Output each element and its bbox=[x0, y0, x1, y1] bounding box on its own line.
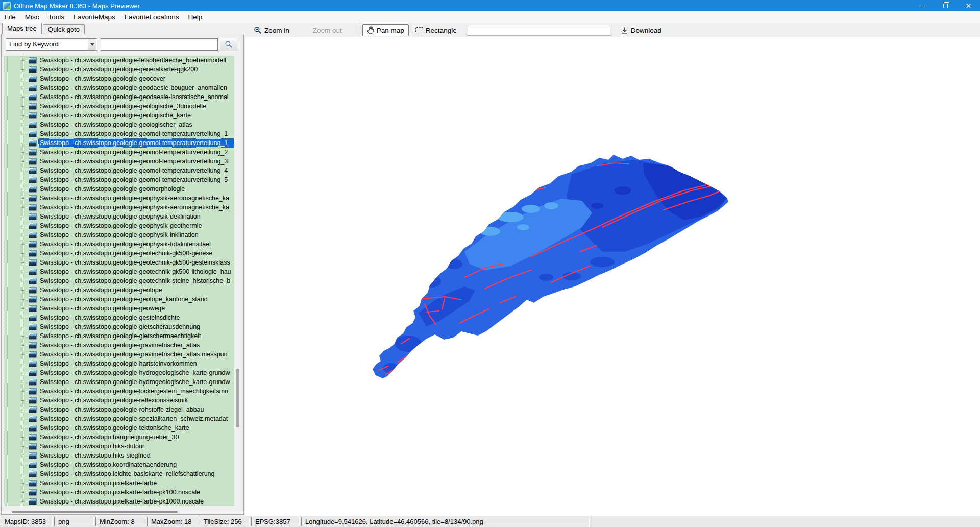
map-layer-icon bbox=[29, 259, 37, 266]
tree-item[interactable]: Swisstopo - ch.swisstopo.pixelkarte-farb… bbox=[4, 497, 234, 506]
tree-item[interactable]: Swisstopo - ch.swisstopo.geologie-geodae… bbox=[4, 92, 234, 102]
tree-item[interactable]: Swisstopo - ch.swisstopo.geologie-tekton… bbox=[4, 423, 234, 433]
tree-connector-line bbox=[21, 189, 28, 189]
tree-item[interactable]: Swisstopo - ch.swisstopo.pixelkarte-farb… bbox=[4, 488, 234, 497]
tree-item[interactable]: Swisstopo - ch.swisstopo.geologie-gletsc… bbox=[4, 331, 234, 341]
tree-item[interactable]: Swisstopo - ch.swisstopo.geologie-geotop… bbox=[4, 285, 234, 295]
tree-item-label: Swisstopo - ch.swisstopo.geologie-spezia… bbox=[38, 414, 234, 423]
restore-button[interactable] bbox=[934, 0, 957, 11]
tree-connector-line bbox=[21, 373, 28, 373]
tree-item[interactable]: Swisstopo - ch.swisstopo.geologie-geomol… bbox=[4, 157, 234, 166]
menu-item-misc[interactable]: Misc bbox=[20, 11, 44, 23]
tree-item[interactable]: Swisstopo - ch.swisstopo.geologie-geotec… bbox=[4, 249, 234, 258]
search-button[interactable] bbox=[220, 38, 237, 51]
tree-item[interactable]: Swisstopo - ch.swisstopo.geologie-geophy… bbox=[4, 230, 234, 239]
tree-item[interactable]: Swisstopo - ch.swisstopo.geologie-geotec… bbox=[4, 276, 234, 285]
tree-item[interactable]: Swisstopo - ch.swisstopo.geologie-genera… bbox=[4, 65, 234, 74]
tree-item[interactable]: Swisstopo - ch.swisstopo.hiks-dufour bbox=[4, 442, 234, 451]
tree-item[interactable]: Swisstopo - ch.swisstopo.geologie-geoweg… bbox=[4, 304, 234, 313]
tree-item[interactable]: Swisstopo - ch.swisstopo.geologie-gravim… bbox=[4, 341, 234, 350]
tree-connector-line bbox=[21, 345, 28, 346]
tree-item[interactable]: Swisstopo - ch.swisstopo.geologie-geophy… bbox=[4, 221, 234, 230]
rectangle-button[interactable]: Rectangle bbox=[411, 25, 461, 36]
vertical-scrollbar-thumb[interactable] bbox=[236, 369, 239, 427]
tree-item[interactable]: Swisstopo - ch.swisstopo.geologie-geodae… bbox=[4, 83, 234, 92]
tree-item[interactable]: Swisstopo - ch.swisstopo.hangneigung-ueb… bbox=[4, 433, 234, 442]
map-layer-icon bbox=[29, 333, 37, 340]
tree-item[interactable]: Swisstopo - ch.swisstopo.geologie-geophy… bbox=[4, 212, 234, 221]
tree-item[interactable]: Swisstopo - ch.swisstopo.geologie-spezia… bbox=[4, 414, 234, 423]
tree-item[interactable]: Swisstopo - ch.swisstopo.geologie-locker… bbox=[4, 387, 234, 396]
status-section: MinZoom: 8 bbox=[95, 517, 145, 526]
menu-item-help[interactable]: Help bbox=[183, 11, 207, 23]
tree-item[interactable]: Swisstopo - ch.swisstopo.geologie-geomol… bbox=[4, 166, 234, 175]
tree-item[interactable]: Swisstopo - ch.swisstopo.geologie-geomor… bbox=[4, 184, 234, 194]
map-canvas[interactable] bbox=[245, 37, 980, 516]
tab-quick-goto[interactable]: Quick goto bbox=[43, 24, 85, 34]
tree-item[interactable]: Swisstopo - ch.swisstopo.leichte-basiska… bbox=[4, 469, 234, 478]
tree-item-label: Swisstopo - ch.swisstopo.geologie-geodae… bbox=[38, 92, 234, 102]
menu-item-favoritemaps[interactable]: FavoriteMaps bbox=[69, 11, 120, 23]
tree-item[interactable]: Swisstopo - ch.swisstopo.geologie-rohsto… bbox=[4, 405, 234, 414]
find-mode-select[interactable]: Find by Keyword bbox=[6, 38, 97, 51]
tree-connector-line bbox=[21, 235, 28, 235]
tree-item[interactable]: Swisstopo - ch.swisstopo.geologie-geomol… bbox=[4, 138, 234, 148]
map-layer-icon bbox=[29, 489, 37, 496]
tree-item[interactable]: Swisstopo - ch.swisstopo.geologie-geolog… bbox=[4, 111, 234, 120]
map-layer-icon bbox=[29, 269, 37, 275]
minimize-button[interactable] bbox=[911, 0, 934, 11]
tree-connector-line bbox=[21, 456, 28, 456]
tree-item[interactable]: Swisstopo - ch.swisstopo.koordinatenaend… bbox=[4, 460, 234, 469]
pan-map-button[interactable]: Pan map bbox=[362, 24, 409, 36]
keyword-input[interactable] bbox=[101, 38, 218, 51]
tree-item[interactable]: Swisstopo - ch.swisstopo.geologie-geomol… bbox=[4, 129, 234, 138]
tree-item[interactable]: Swisstopo - ch.swisstopo.geologie-hydrog… bbox=[4, 368, 234, 377]
tree-item[interactable]: Swisstopo - ch.swisstopo.geologie-reflex… bbox=[4, 396, 234, 405]
tree-item[interactable]: Swisstopo - ch.swisstopo.geologie-geotop… bbox=[4, 295, 234, 304]
horizontal-scrollbar[interactable] bbox=[5, 509, 231, 514]
tree-item-label: Swisstopo - ch.swisstopo.pixelkarte-farb… bbox=[38, 478, 234, 488]
zoom-in-button[interactable]: Zoom in bbox=[249, 24, 294, 36]
tree-connector-line bbox=[21, 272, 28, 272]
download-button[interactable]: Download bbox=[617, 25, 666, 36]
tree-item[interactable]: Swisstopo - ch.swisstopo.geologie-hydrog… bbox=[4, 377, 234, 387]
tree-item[interactable]: Swisstopo - ch.swisstopo.geologie-geomol… bbox=[4, 175, 234, 184]
tree-item[interactable]: Swisstopo - ch.swisstopo.geologie-gestei… bbox=[4, 313, 234, 322]
tree-item[interactable]: Swisstopo - ch.swisstopo.geologie-geotec… bbox=[4, 258, 234, 267]
zoom-out-button[interactable]: Zoom out bbox=[308, 25, 347, 36]
tree-connector-line bbox=[21, 382, 28, 382]
horizontal-scrollbar-thumb[interactable] bbox=[12, 511, 178, 513]
tree-item[interactable]: Swisstopo - ch.swisstopo.geologie-geophy… bbox=[4, 239, 234, 249]
toolbar-address-input[interactable] bbox=[468, 25, 610, 36]
close-button[interactable]: ✕ bbox=[957, 0, 980, 11]
select-arrow-button[interactable] bbox=[88, 39, 96, 50]
tree-item[interactable]: Swisstopo - ch.swisstopo.geologie-gravim… bbox=[4, 350, 234, 359]
tree-item-label: Swisstopo - ch.swisstopo.geologie-geomol… bbox=[38, 166, 234, 175]
tree-item[interactable]: Swisstopo - ch.swisstopo.geologie-gletsc… bbox=[4, 322, 234, 331]
tree-item[interactable]: Swisstopo - ch.swisstopo.geologie-geolog… bbox=[4, 102, 234, 111]
map-layer-icon bbox=[29, 296, 37, 303]
pan-map-label: Pan map bbox=[377, 27, 404, 34]
status-section: MaxZoom: 18 bbox=[147, 517, 198, 526]
tree-connector-line bbox=[21, 492, 28, 493]
map-layer-icon bbox=[29, 94, 37, 101]
status-section: TileSize: 256 bbox=[200, 517, 250, 526]
tree-item[interactable]: Swisstopo - ch.swisstopo.geologie-geotec… bbox=[4, 267, 234, 276]
tree-connector-line bbox=[21, 281, 28, 281]
tree-item[interactable]: Swisstopo - ch.swisstopo.geologie-hartst… bbox=[4, 359, 234, 368]
tree-item[interactable]: Swisstopo - ch.swisstopo.pixelkarte-farb… bbox=[4, 478, 234, 488]
tree-connector-line bbox=[21, 336, 28, 337]
tree-item[interactable]: Swisstopo - ch.swisstopo.geologie-geophy… bbox=[4, 203, 234, 212]
sidebar: Find by Keyword Swisstopo - ch.swisstopo… bbox=[0, 23, 245, 516]
menu-item-file[interactable]: File bbox=[0, 11, 20, 23]
tree-item[interactable]: Swisstopo - ch.swisstopo.geologie-geocov… bbox=[4, 74, 234, 83]
tree-connector-line bbox=[21, 106, 28, 107]
tab-maps-tree[interactable]: Maps tree bbox=[2, 23, 42, 34]
tree-item[interactable]: Swisstopo - ch.swisstopo.geologie-felsob… bbox=[4, 56, 234, 65]
menu-item-favoritelocations[interactable]: FavoriteLocations bbox=[120, 11, 184, 23]
tree-item[interactable]: Swisstopo - ch.swisstopo.hiks-siegfried bbox=[4, 451, 234, 460]
menu-item-tools[interactable]: Tools bbox=[44, 11, 69, 23]
tree-item[interactable]: Swisstopo - ch.swisstopo.geologie-geolog… bbox=[4, 120, 234, 129]
tree-item[interactable]: Swisstopo - ch.swisstopo.geologie-geophy… bbox=[4, 194, 234, 203]
tree-item[interactable]: Swisstopo - ch.swisstopo.geologie-geomol… bbox=[4, 148, 234, 157]
